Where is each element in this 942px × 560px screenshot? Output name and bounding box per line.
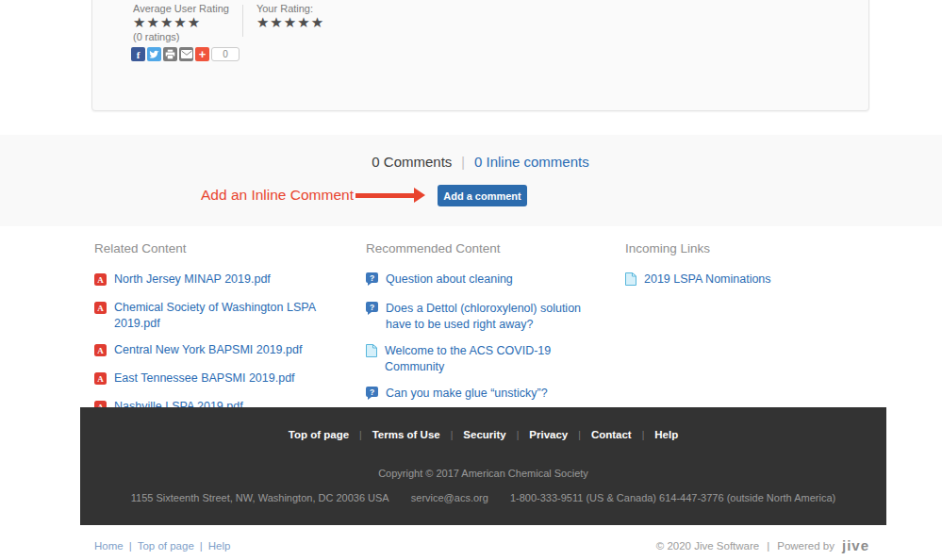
recommended-link[interactable]: Question about cleaning xyxy=(386,272,513,288)
envelope-icon xyxy=(181,50,192,58)
incoming-links-column: Incoming Links 2019 LSPA Nominations xyxy=(625,241,866,300)
recommended-content-title: Recommended Content xyxy=(366,241,609,255)
arrow-head xyxy=(414,188,425,203)
twitter-share-icon[interactable] xyxy=(147,47,161,61)
bottom-bar: Home Top of page Help © 2020 Jive Softwa… xyxy=(0,525,942,560)
rating-divider xyxy=(242,5,243,37)
bottom-nav: Home Top of page Help xyxy=(94,540,230,552)
question-icon: ? xyxy=(366,387,378,404)
pdf-icon: A xyxy=(94,301,107,318)
comments-section: 0 Comments | 0 Inline comments xyxy=(0,135,942,226)
related-link[interactable]: Chemical Society of Washington LSPA 2019… xyxy=(114,300,358,332)
print-share-icon[interactable] xyxy=(163,47,177,61)
related-content-title: Related Content xyxy=(94,241,358,255)
jive-logo: jive xyxy=(842,538,869,552)
related-link[interactable]: North Jersey MINAP 2019.pdf xyxy=(114,272,271,288)
page: Average User Rating ★★★★★ (0 ratings) Yo… xyxy=(0,0,942,560)
annotation-arrow-icon xyxy=(355,188,425,203)
footer-link-privacy[interactable]: Privacy xyxy=(529,429,568,440)
list-item: ? Can you make glue “unsticky”? xyxy=(366,386,609,404)
question-icon: ? xyxy=(366,272,378,290)
counts-separator: | xyxy=(461,155,465,170)
list-item: A Chemical Society of Washington LSPA 20… xyxy=(94,300,358,332)
incoming-link[interactable]: 2019 LSPA Nominations xyxy=(644,272,771,288)
list-item: ? Question about cleaning xyxy=(366,272,609,290)
bottom-link-top-of-page[interactable]: Top of page xyxy=(138,540,194,552)
printer-icon xyxy=(165,49,175,59)
arrow-line xyxy=(355,193,414,198)
related-content-column: Related Content A North Jersey MINAP 201… xyxy=(94,241,358,427)
list-item: ? Does a Dettol (chloroxylenol) solution… xyxy=(366,301,609,333)
inline-comment-annotation: Add an Inline Comment xyxy=(201,187,354,204)
facebook-share-icon[interactable]: f xyxy=(131,47,145,61)
footer-phone: 1-800-333-9511 (US & Canada) 614-447-377… xyxy=(510,492,835,503)
pdf-icon: A xyxy=(94,272,107,289)
related-link[interactable]: East Tennessee BAPSMI 2019.pdf xyxy=(114,371,295,387)
your-rating-label: Your Rating: xyxy=(256,3,324,14)
incoming-links-title: Incoming Links xyxy=(625,241,866,255)
rating-card: Average User Rating ★★★★★ (0 ratings) Yo… xyxy=(91,0,869,111)
site-footer: Top of page Terms of Use Security Privac… xyxy=(80,407,886,525)
svg-text:A: A xyxy=(97,275,104,285)
pdf-icon: A xyxy=(94,371,107,388)
recommended-link[interactable]: Welcome to the ACS COVID-19 Community xyxy=(385,343,609,375)
list-item: A Central New York BAPSMI 2019.pdf xyxy=(94,342,358,360)
list-item: 2019 LSPA Nominations xyxy=(625,272,866,289)
footer-link-contact[interactable]: Contact xyxy=(591,429,632,440)
list-item: Welcome to the ACS COVID-19 Community xyxy=(366,343,609,375)
list-item: A East Tennessee BAPSMI 2019.pdf xyxy=(94,371,358,388)
share-toolbar: f + 0 xyxy=(131,47,240,61)
twitter-bird-icon xyxy=(149,50,159,59)
average-rating-group: Average User Rating ★★★★★ (0 ratings) xyxy=(133,3,229,42)
average-rating-stars: ★★★★★ xyxy=(133,15,229,29)
recommended-link[interactable]: Can you make glue “unsticky”? xyxy=(386,386,548,402)
average-rating-label: Average User Rating xyxy=(133,3,229,14)
add-comment-button[interactable]: Add a comment xyxy=(438,185,527,206)
average-rating-count: (0 ratings) xyxy=(133,31,229,42)
svg-text:A: A xyxy=(97,346,104,355)
powered-by-label: Powered by xyxy=(777,540,835,552)
comments-count: 0 Comments xyxy=(372,154,452,170)
related-link[interactable]: Central New York BAPSMI 2019.pdf xyxy=(114,342,302,358)
jive-copyright: © 2020 Jive Software xyxy=(656,540,759,552)
svg-text:A: A xyxy=(97,374,104,384)
recommended-link[interactable]: Does a Dettol (chloroxylenol) solution h… xyxy=(386,301,609,333)
your-rating-stars[interactable]: ★★★★★ xyxy=(256,15,324,29)
bottom-link-home[interactable]: Home xyxy=(94,540,124,552)
addthis-share-icon[interactable]: + xyxy=(195,47,209,61)
footer-link-security[interactable]: Security xyxy=(463,429,505,440)
svg-text:A: A xyxy=(97,304,104,313)
your-rating-group: Your Rating: ★★★★★ xyxy=(256,3,324,42)
footer-link-top-of-page[interactable]: Top of page xyxy=(289,429,349,440)
svg-text:?: ? xyxy=(370,273,374,283)
email-share-icon[interactable] xyxy=(179,47,193,61)
footer-contact-info: 1155 Sixteenth Street, NW, Washington, D… xyxy=(80,492,886,503)
bottom-separator: | xyxy=(767,540,769,552)
question-icon: ? xyxy=(366,302,378,320)
inline-comments-link[interactable]: 0 Inline comments xyxy=(474,154,589,170)
footer-link-terms-of-use[interactable]: Terms of Use xyxy=(372,429,440,440)
svg-text:?: ? xyxy=(370,303,374,312)
share-counter: 0 xyxy=(211,47,240,61)
document-icon xyxy=(366,344,377,361)
pdf-icon: A xyxy=(94,343,107,360)
svg-text:?: ? xyxy=(370,387,374,396)
footer-email: service@acs.org xyxy=(411,492,488,503)
footer-link-help[interactable]: Help xyxy=(654,429,678,440)
footer-address: 1155 Sixteenth Street, NW, Washington, D… xyxy=(131,492,389,503)
document-icon xyxy=(625,272,636,289)
footer-nav: Top of page Terms of Use Security Privac… xyxy=(80,429,886,440)
footer-copyright: Copyright © 2017 American Chemical Socie… xyxy=(80,468,886,479)
bottom-link-help[interactable]: Help xyxy=(208,540,231,552)
list-item: A North Jersey MINAP 2019.pdf xyxy=(94,272,358,289)
